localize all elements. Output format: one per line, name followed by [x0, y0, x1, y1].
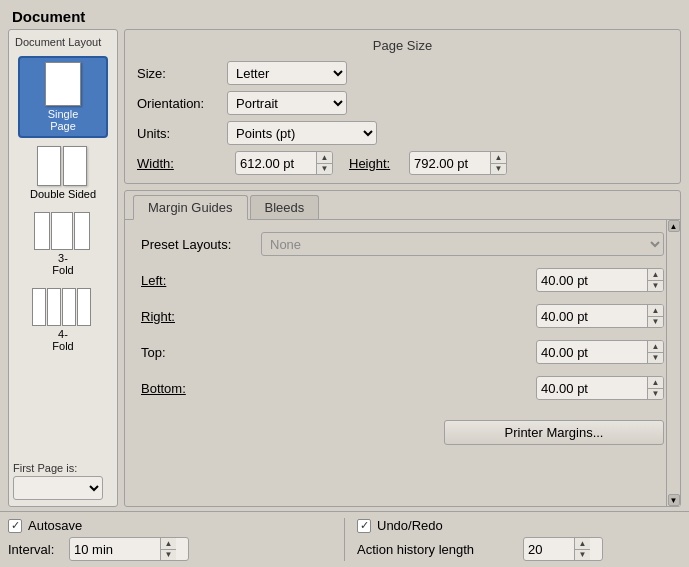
bottom-input[interactable] — [537, 377, 647, 399]
top-label: Top: — [141, 345, 201, 360]
single-page-label: SinglePage — [48, 108, 79, 132]
interval-spinner[interactable]: ▲ ▼ — [69, 537, 189, 561]
scroll-up-btn[interactable]: ▲ — [668, 220, 680, 232]
preset-label: Preset Layouts: — [141, 237, 261, 252]
undo-redo-label: Undo/Redo — [377, 518, 443, 533]
tab-margin-guides[interactable]: Margin Guides — [133, 195, 248, 220]
action-history-row: Action history length ▲ ▼ — [357, 537, 681, 561]
interval-down-arrow[interactable]: ▼ — [161, 550, 176, 561]
action-history-spinner[interactable]: ▲ ▼ — [523, 537, 603, 561]
page-size-section: Page Size Size: Letter A4 A3 Legal Custo… — [124, 29, 681, 184]
height-spinner[interactable]: ▲ ▼ — [409, 151, 507, 175]
left-arrows: ▲ ▼ — [647, 269, 663, 291]
printer-margins-container: Printer Margins... — [141, 412, 664, 445]
bottom-spinner[interactable]: ▲ ▼ — [536, 376, 664, 400]
bottom-right: ✓ Undo/Redo Action history length ▲ ▼ — [345, 518, 681, 561]
4fold-icon — [32, 288, 94, 326]
height-input[interactable] — [410, 152, 490, 174]
size-select[interactable]: Letter A4 A3 Legal Custom — [227, 61, 347, 85]
3fold-icon — [34, 212, 92, 250]
4fold-part-1 — [32, 288, 46, 326]
width-input[interactable] — [236, 152, 316, 174]
height-up-arrow[interactable]: ▲ — [491, 152, 506, 164]
left-spinner[interactable]: ▲ ▼ — [536, 268, 664, 292]
tabs-section: Margin Guides Bleeds Preset Layouts: Non… — [124, 190, 681, 507]
size-label: Size: — [137, 66, 227, 81]
interval-arrows: ▲ ▼ — [160, 538, 176, 560]
4fold-part-2 — [47, 288, 61, 326]
bottom-label: Bottom: — [141, 381, 201, 396]
fold-part-1 — [34, 212, 50, 250]
interval-label: Interval: — [8, 542, 63, 557]
undo-redo-checkbox[interactable]: ✓ — [357, 519, 371, 533]
right-spinner[interactable]: ▲ ▼ — [536, 304, 664, 328]
width-up-arrow[interactable]: ▲ — [317, 152, 332, 164]
units-select[interactable]: Points (pt) Inches (in) Millimeters (mm) — [227, 121, 377, 145]
action-history-down-arrow[interactable]: ▼ — [575, 550, 590, 561]
action-history-up-arrow[interactable]: ▲ — [575, 538, 590, 550]
height-label: Height: — [341, 156, 401, 171]
page-half-right — [63, 146, 87, 186]
window-title: Document — [0, 0, 689, 29]
action-history-arrows: ▲ ▼ — [574, 538, 590, 560]
units-row: Units: Points (pt) Inches (in) Millimete… — [137, 121, 668, 145]
page-size-title: Page Size — [137, 38, 668, 53]
autosave-checkbox[interactable]: ✓ — [8, 519, 22, 533]
units-label: Units: — [137, 126, 227, 141]
top-input[interactable] — [537, 341, 647, 363]
size-row: Size: Letter A4 A3 Legal Custom — [137, 61, 668, 85]
autosave-row: ✓ Autosave — [8, 518, 332, 533]
autosave-label: Autosave — [28, 518, 82, 533]
layout-item-3fold[interactable]: 3-Fold — [18, 208, 108, 280]
right-panel: Page Size Size: Letter A4 A3 Legal Custo… — [124, 29, 681, 507]
bottom-margin-row: Bottom: ▲ ▼ — [141, 376, 664, 400]
top-spinner[interactable]: ▲ ▼ — [536, 340, 664, 364]
layout-item-4fold[interactable]: 4-Fold — [18, 284, 108, 356]
orientation-select[interactable]: Portrait Landscape — [227, 91, 347, 115]
fold-part-3 — [74, 212, 90, 250]
4fold-part-4 — [77, 288, 91, 326]
double-sided-label: Double Sided — [30, 188, 96, 200]
top-down-arrow[interactable]: ▼ — [648, 353, 663, 364]
right-label: Right: — [141, 309, 201, 324]
right-up-arrow[interactable]: ▲ — [648, 305, 663, 317]
top-up-arrow[interactable]: ▲ — [648, 341, 663, 353]
bottom-down-arrow[interactable]: ▼ — [648, 389, 663, 400]
preset-select[interactable]: None — [261, 232, 664, 256]
left-up-arrow[interactable]: ▲ — [648, 269, 663, 281]
interval-up-arrow[interactable]: ▲ — [161, 538, 176, 550]
action-history-input[interactable] — [524, 538, 574, 560]
interval-input[interactable] — [70, 538, 160, 560]
width-spinner[interactable]: ▲ ▼ — [235, 151, 333, 175]
tab-bleeds[interactable]: Bleeds — [250, 195, 320, 219]
top-arrows: ▲ ▼ — [647, 341, 663, 363]
preset-row: Preset Layouts: None — [141, 232, 664, 256]
left-down-arrow[interactable]: ▼ — [648, 281, 663, 292]
printer-margins-button[interactable]: Printer Margins... — [444, 420, 664, 445]
width-label: Width: — [137, 156, 227, 171]
width-down-arrow[interactable]: ▼ — [317, 164, 332, 175]
fold-part-2 — [51, 212, 73, 250]
4fold-label: 4-Fold — [52, 328, 73, 352]
bottom-arrows: ▲ ▼ — [647, 377, 663, 399]
orientation-label: Orientation: — [137, 96, 227, 111]
scrollbar[interactable]: ▲ ▼ — [666, 220, 680, 506]
right-arrows: ▲ ▼ — [647, 305, 663, 327]
tab-bar: Margin Guides Bleeds — [125, 191, 680, 220]
layout-item-double-sided[interactable]: Double Sided — [18, 142, 108, 204]
layout-item-single-page[interactable]: SinglePage — [18, 56, 108, 138]
left-input[interactable] — [537, 269, 647, 291]
bottom-up-arrow[interactable]: ▲ — [648, 377, 663, 389]
first-page-select[interactable] — [13, 476, 103, 500]
right-input[interactable] — [537, 305, 647, 327]
right-down-arrow[interactable]: ▼ — [648, 317, 663, 328]
orientation-row: Orientation: Portrait Landscape — [137, 91, 668, 115]
scroll-down-btn[interactable]: ▼ — [668, 494, 680, 506]
right-margin-row: Right: ▲ ▼ — [141, 304, 664, 328]
double-sided-icon — [37, 146, 89, 186]
4fold-part-3 — [62, 288, 76, 326]
single-page-icon — [45, 62, 81, 106]
main-content: Document Layout SinglePage Double Sided — [0, 29, 689, 507]
tab-content-margin-guides: Preset Layouts: None Left: ▲ — [125, 220, 680, 506]
height-down-arrow[interactable]: ▼ — [491, 164, 506, 175]
